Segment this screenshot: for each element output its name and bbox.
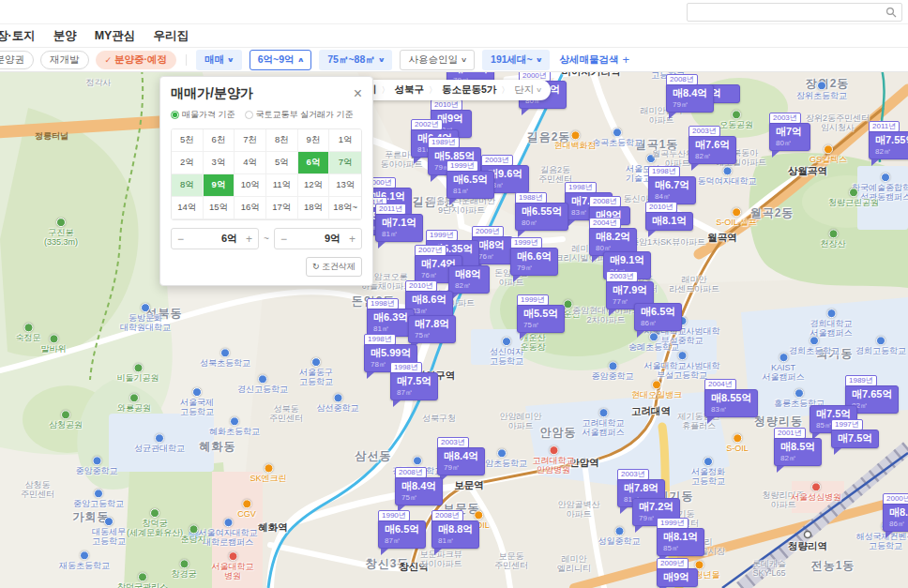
price-grid-cell[interactable]: 9천 — [298, 129, 330, 152]
filter-chip-households[interactable]: 191세대~ ∨ — [482, 50, 550, 70]
price-grid-cell[interactable]: 7억 — [329, 152, 361, 174]
price-marker[interactable]: 1999년매6.6억79㎡ — [510, 237, 558, 282]
filter-pill-bunyang-status[interactable]: ✓ 분양중·예정 — [96, 51, 177, 69]
price-filter-panel: 매매가/분양가 × 매물가격 기준 국토교통부 실거래가 기준 5천6천7천8천… — [159, 76, 373, 286]
price-marker[interactable]: 2009년매9억 — [657, 558, 698, 588]
price-grid-cell[interactable]: 1억 — [329, 129, 361, 152]
filter-chip-approval-date[interactable]: 사용승인일 ∨ — [400, 50, 475, 70]
breadcrumb-item[interactable]: 동소문동5가 — [442, 83, 496, 97]
marker-price: 매8.1억 — [663, 531, 698, 543]
search-box[interactable] — [687, 3, 902, 22]
marker-area: 82㎡ — [455, 281, 483, 290]
clear-conditions-button[interactable]: ↻ 조건삭제 — [306, 257, 362, 277]
price-grid-cell[interactable]: 18억 — [298, 197, 330, 219]
minus-button[interactable]: − — [172, 233, 189, 246]
map-label-text: 창덕궁관리소 — [117, 582, 168, 588]
search-input[interactable] — [688, 6, 885, 19]
price-grid-cell[interactable]: 17억 — [266, 197, 298, 219]
price-grid-cell[interactable]: 15억 — [204, 197, 235, 219]
filter-chip-trade-type[interactable]: 매매 ∨ — [196, 50, 242, 70]
marker-price: 매8.4억 — [673, 87, 707, 99]
map-label-sc: 성북초등학교 — [200, 348, 250, 368]
price-marker[interactable]: 2010년매8.1억 — [645, 202, 693, 237]
price-grid-cell[interactable]: 6천 — [204, 129, 235, 152]
map-label-text: 고등학교 — [299, 378, 333, 387]
price-grid-cell[interactable]: 11억 — [266, 174, 298, 197]
map-label-text: 레미안 — [557, 554, 591, 564]
price-marker[interactable]: 1988년매6.55억80㎡ — [515, 192, 568, 237]
price-marker[interactable]: 2001년매8.5억82㎡ — [774, 428, 822, 473]
price-grid-cell[interactable]: 3억 — [204, 152, 235, 174]
price-grid-cell[interactable]: 6억 — [298, 152, 330, 174]
price-marker[interactable]: 2011년매7.55억82㎡ — [869, 121, 908, 166]
filter-chip-price-range[interactable]: 6억~9억 ∧ — [250, 50, 312, 70]
price-marker[interactable]: 2008년매8.4억79㎡ — [666, 74, 714, 119]
map-label-text: 삼청동 — [21, 480, 54, 490]
price-grid-cell[interactable]: 16억 — [235, 197, 266, 219]
nav-item-my-interest[interactable]: MY관심 — [95, 28, 136, 44]
price-grid-cell[interactable]: 12억 — [298, 174, 330, 197]
poi-icon — [230, 416, 239, 426]
price-marker[interactable]: 2003년매8.4억79㎡ — [437, 437, 485, 482]
marker-body: 매8.1억85㎡ — [657, 528, 704, 556]
price-marker[interactable]: 매8억82㎡ — [448, 265, 490, 300]
price-grid-cell[interactable]: 7천 — [235, 129, 266, 152]
breadcrumb-item[interactable]: 성북구 — [395, 83, 425, 97]
map-label-text: 경희고등학교 — [855, 346, 906, 355]
map-label-text: 창덕궁 — [127, 519, 183, 528]
price-marker[interactable]: 2008년매8.8억81㎡ — [431, 510, 479, 555]
nav-item-land[interactable]: 장·토지 — [0, 28, 36, 44]
breadcrumb-unit-dropdown[interactable]: 단지 ∨ — [514, 83, 541, 97]
nav-item-my-home[interactable]: 우리집 — [153, 28, 189, 44]
price-marker[interactable]: 1998년매7.5억87㎡ — [390, 362, 438, 407]
price-marker[interactable]: 2004년매8.55억83㎡ — [704, 379, 758, 424]
nav-item-bunyang[interactable]: 분양 — [53, 28, 77, 44]
price-grid-cell[interactable]: 2억 — [172, 152, 204, 174]
price-marker[interactable]: 1999년매6.5억81㎡ — [446, 160, 494, 205]
price-grid-cell[interactable]: 4억 — [235, 152, 266, 174]
min-price-value[interactable]: 6억 — [189, 232, 240, 246]
price-marker[interactable]: 1999년매5.5억75㎡ — [517, 294, 565, 339]
price-grid-cell[interactable]: 13억 — [329, 174, 361, 197]
marker-body: 매6.6억79㎡ — [510, 248, 558, 276]
minus-button[interactable]: − — [275, 233, 293, 246]
price-marker[interactable]: 매6.5억86㎡ — [634, 303, 682, 338]
map-label-sc: 경희고등학교 — [855, 336, 906, 355]
filter-pill-redevelopment[interactable]: 재개발 — [40, 51, 89, 69]
price-grid-cell[interactable]: 5천 — [172, 129, 204, 152]
plus-button[interactable]: + — [343, 233, 361, 246]
close-icon[interactable]: × — [354, 87, 362, 100]
map-label-text: SK엔크린 — [250, 474, 286, 483]
map-label-text: 비둘기공원 — [117, 373, 159, 383]
price-marker[interactable]: 1990년매6.5억87㎡ — [378, 510, 426, 555]
price-grid-cell[interactable]: 18억~ — [329, 197, 361, 219]
price-grid-cell[interactable]: 10억 — [235, 174, 266, 197]
map-label-sc: 종암중학교 — [592, 361, 634, 381]
price-grid-cell[interactable]: 8억 — [172, 174, 204, 197]
price-marker[interactable]: 1999년매8.1억85㎡ — [657, 518, 704, 563]
price-grid-cell[interactable]: 8천 — [266, 129, 298, 152]
price-grid-cell[interactable]: 5억 — [266, 152, 298, 174]
price-marker[interactable]: 2011년매7.1억81㎡ — [375, 204, 423, 249]
map-label-sh: 현대백화점 — [554, 130, 597, 150]
plus-button[interactable]: + — [240, 233, 258, 246]
poi-icon — [264, 463, 273, 473]
marker-tail — [871, 159, 879, 166]
price-grid-cell[interactable]: 9억 — [204, 174, 235, 197]
radio-actual-price[interactable]: 국토교통부 실거래가 기준 — [245, 109, 354, 121]
map-canvas[interactable]: 성북동혜화동가회동삼선동안암동보문동회기동월곡1동월곡2동길음2동길음1동장위2… — [0, 70, 908, 588]
search-icon[interactable] — [885, 7, 897, 18]
price-marker[interactable]: 2003년매7.6억82㎡ — [689, 126, 736, 171]
filter-pill-bunyang-rights[interactable]: 별분양권 — [0, 51, 34, 69]
detail-search-button[interactable]: 상세매물검색 + — [559, 53, 629, 67]
price-marker[interactable]: 2003년매7억80㎡ — [769, 113, 810, 158]
price-grid-cell[interactable]: 14억 — [172, 197, 204, 219]
price-marker[interactable]: 2000년매8.5억86㎡ — [883, 493, 908, 538]
map-label-text: CGV — [237, 509, 256, 519]
map-label-text: 아파트 — [500, 421, 542, 430]
price-marker[interactable]: 1997년매7.5억 — [831, 419, 879, 455]
filter-chip-area[interactable]: 75㎡~88㎡ ∨ — [319, 50, 392, 70]
radio-listing-price[interactable]: 매물가격 기준 — [171, 109, 235, 121]
max-price-value[interactable]: 9억 — [293, 232, 343, 246]
price-marker[interactable]: 2008년매8.4억75㎡ — [395, 467, 443, 512]
